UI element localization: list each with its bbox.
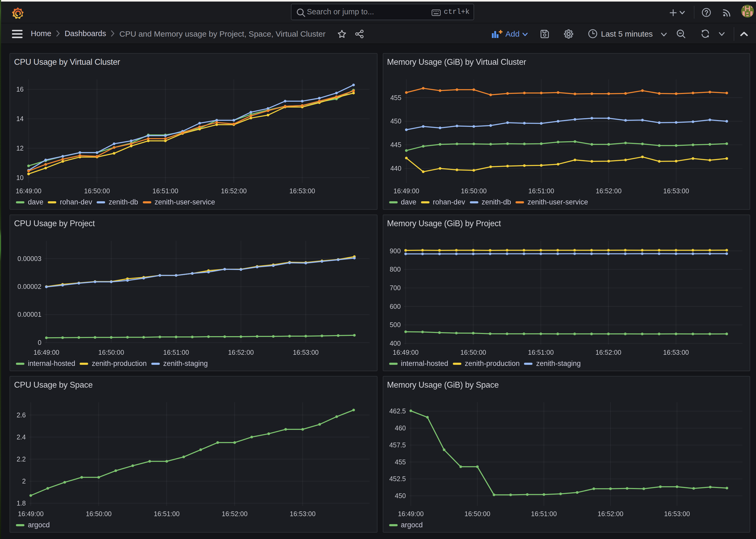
svg-text:16:50:00: 16:50:00 (464, 510, 490, 517)
svg-text:2.6: 2.6 (17, 411, 26, 419)
svg-text:450: 450 (394, 492, 406, 499)
svg-text:500: 500 (389, 321, 401, 328)
svg-text:2.2: 2.2 (17, 455, 26, 463)
svg-text:14: 14 (16, 115, 24, 122)
svg-text:16:51:00: 16:51:00 (528, 348, 553, 356)
svg-text:16:50:00: 16:50:00 (460, 187, 486, 194)
svg-text:1.8: 1.8 (17, 499, 26, 506)
svg-text:16:49:00: 16:49:00 (393, 348, 418, 356)
svg-text:16: 16 (16, 85, 24, 93)
svg-text:452.5: 452.5 (389, 475, 406, 482)
svg-text:16:52:00: 16:52:00 (222, 510, 247, 517)
svg-text:16:52:00: 16:52:00 (221, 187, 246, 194)
svg-text:0: 0 (38, 339, 41, 346)
svg-text:450: 450 (390, 117, 401, 124)
svg-text:16:49:00: 16:49:00 (18, 510, 43, 517)
svg-text:900: 900 (389, 247, 401, 254)
svg-text:12: 12 (16, 144, 24, 152)
svg-text:16:51:00: 16:51:00 (154, 510, 179, 517)
svg-text:16:53:00: 16:53:00 (289, 187, 315, 194)
svg-text:16:51:00: 16:51:00 (528, 187, 554, 194)
svg-text:462.5: 462.5 (389, 407, 406, 415)
svg-text:460: 460 (394, 424, 406, 431)
svg-text:16:50:00: 16:50:00 (98, 348, 124, 356)
svg-text:2.4: 2.4 (17, 433, 26, 440)
svg-text:600: 600 (389, 302, 401, 310)
svg-text:455: 455 (394, 458, 406, 465)
svg-text:16:51:00: 16:51:00 (152, 187, 178, 194)
svg-text:16:51:00: 16:51:00 (531, 510, 556, 517)
svg-text:16:53:00: 16:53:00 (663, 187, 689, 194)
svg-text:16:51:00: 16:51:00 (163, 348, 189, 356)
svg-text:16:49:00: 16:49:00 (398, 510, 423, 517)
svg-text:16:53:00: 16:53:00 (293, 348, 318, 356)
svg-text:440: 440 (390, 164, 401, 172)
svg-text:700: 700 (389, 284, 401, 291)
svg-text:2: 2 (22, 477, 26, 485)
svg-text:16:52:00: 16:52:00 (597, 510, 623, 517)
svg-text:16:52:00: 16:52:00 (595, 187, 621, 194)
svg-text:457.5: 457.5 (389, 441, 406, 448)
svg-text:16:52:00: 16:52:00 (228, 348, 254, 356)
svg-text:16:52:00: 16:52:00 (595, 348, 621, 356)
svg-text:16:49:00: 16:49:00 (393, 187, 419, 194)
svg-text:16:49:00: 16:49:00 (34, 348, 59, 356)
svg-text:455: 455 (390, 94, 401, 101)
svg-text:16:49:00: 16:49:00 (16, 187, 41, 194)
svg-text:445: 445 (390, 141, 401, 148)
svg-text:10: 10 (16, 174, 24, 181)
svg-text:16:50:00: 16:50:00 (84, 187, 110, 194)
svg-text:16:53:00: 16:53:00 (290, 510, 315, 517)
svg-text:16:50:00: 16:50:00 (460, 348, 486, 356)
svg-text:16:50:00: 16:50:00 (86, 510, 111, 517)
svg-text:16:53:00: 16:53:00 (663, 348, 689, 356)
svg-text:16:53:00: 16:53:00 (664, 510, 690, 517)
svg-text:0.00003: 0.00003 (18, 255, 41, 262)
svg-text:0.00002: 0.00002 (18, 282, 41, 290)
svg-text:0.00001: 0.00001 (18, 310, 41, 318)
svg-text:800: 800 (389, 265, 401, 273)
svg-text:400: 400 (389, 339, 401, 347)
